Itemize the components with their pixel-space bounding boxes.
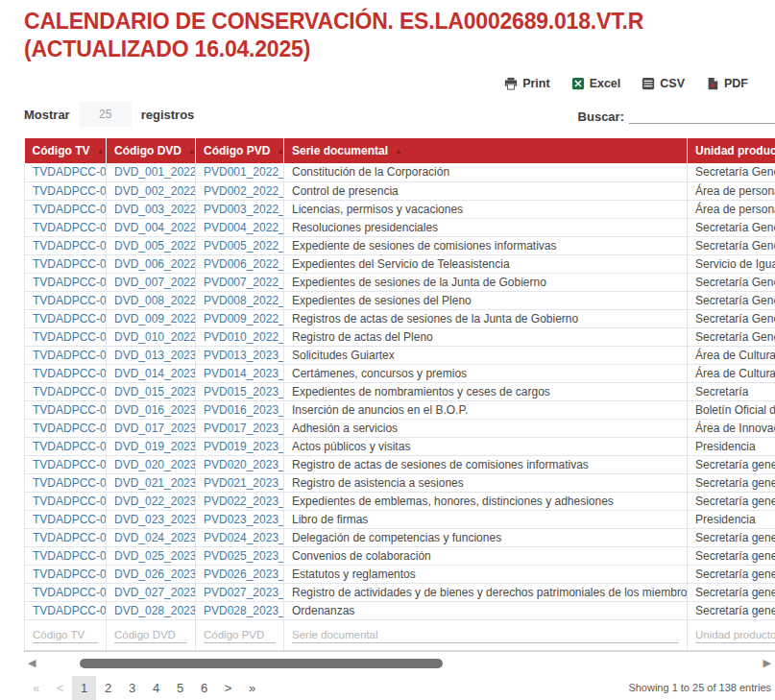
- column-header-serie-documental[interactable]: Serie documental▲: [284, 138, 688, 163]
- codigo-tv-cell[interactable]: TVDADPCC-005: [25, 236, 107, 254]
- codigo-pvd-cell[interactable]: PVD014_2023_02: [196, 364, 284, 382]
- codigo-dvd-cell[interactable]: DVD_015_2023_03: [107, 382, 196, 400]
- codigo-dvd-cell[interactable]: DVD_023_2023_11: [107, 510, 196, 528]
- codigo-tv-cell[interactable]: TVDADPCC-025: [25, 546, 107, 565]
- codigo-pvd-cell[interactable]: PVD025_2023_13: [196, 546, 284, 565]
- codigo-tv-cell[interactable]: TVDADPCC-022: [25, 492, 107, 510]
- codigo-pvd-cell[interactable]: PVD010_2022_10: [196, 327, 284, 346]
- codigo-pvd-cell[interactable]: PVD027_2023_15: [196, 583, 284, 601]
- codigo-dvd-cell[interactable]: DVD_013_2023_01: [107, 346, 196, 364]
- codigo-tv-cell[interactable]: TVDADPCC-028: [25, 601, 107, 619]
- codigo-tv-cell[interactable]: TVDADPCC-001: [25, 163, 107, 181]
- codigo-dvd-cell[interactable]: DVD_009_2022_09: [107, 309, 196, 327]
- column-header-codigo-dvd[interactable]: Código DVD▲: [107, 138, 196, 163]
- codigo-dvd-cell[interactable]: DVD_028_2023_16: [107, 601, 196, 619]
- filter-serie-documental-input[interactable]: [292, 627, 679, 643]
- codigo-pvd-cell[interactable]: PVD005_2022_05: [196, 236, 284, 254]
- codigo-pvd-cell[interactable]: PVD006_2022_06: [196, 254, 284, 273]
- last-page-button[interactable]: »: [240, 676, 264, 700]
- codigo-pvd-cell[interactable]: PVD007_2022_07: [196, 273, 284, 291]
- codigo-pvd-cell[interactable]: PVD019_2023_07: [196, 437, 284, 455]
- codigo-tv-cell[interactable]: TVDADPCC-007: [25, 273, 107, 291]
- codigo-pvd-cell[interactable]: PVD003_2022_03: [196, 200, 284, 218]
- codigo-dvd-cell[interactable]: DVD_010_2022_10: [107, 327, 196, 346]
- codigo-tv-cell[interactable]: TVDADPCC-010: [25, 327, 107, 346]
- codigo-tv-cell[interactable]: TVDADPCC-027: [25, 583, 107, 601]
- codigo-dvd-cell[interactable]: DVD_017_2023_05: [107, 419, 196, 437]
- page-button-2[interactable]: 2: [96, 676, 120, 700]
- codigo-pvd-cell[interactable]: PVD009_2022_09: [196, 309, 284, 327]
- codigo-dvd-cell[interactable]: DVD_020_2023_08: [107, 455, 196, 473]
- csv-button[interactable]: CSV: [642, 77, 685, 90]
- codigo-pvd-cell[interactable]: PVD008_2022_08: [196, 291, 284, 309]
- column-header-codigo-pvd[interactable]: Código PVD▲: [196, 138, 284, 163]
- codigo-tv-cell[interactable]: TVDADPCC-023: [25, 510, 107, 528]
- codigo-dvd-cell[interactable]: DVD_014_2023_02: [107, 364, 196, 382]
- codigo-tv-cell[interactable]: TVDADPCC-013: [25, 346, 107, 364]
- codigo-pvd-cell[interactable]: PVD015_2023_03: [196, 382, 284, 400]
- codigo-tv-cell[interactable]: TVDADPCC-002: [25, 181, 107, 200]
- codigo-pvd-cell[interactable]: PVD023_2023_11: [196, 510, 284, 528]
- codigo-dvd-cell[interactable]: DVD_019_2023_07: [107, 437, 196, 455]
- scroll-right-icon[interactable]: ▶: [763, 657, 771, 669]
- print-button[interactable]: Print: [504, 77, 549, 90]
- scrollbar-thumb[interactable]: [80, 659, 443, 668]
- codigo-tv-cell[interactable]: TVDADPCC-021: [25, 473, 107, 492]
- codigo-pvd-cell[interactable]: PVD002_2022_02: [196, 181, 284, 200]
- codigo-pvd-cell[interactable]: PVD020_2023_08: [196, 455, 284, 473]
- codigo-dvd-cell[interactable]: DVD_008_2022_08: [107, 291, 196, 309]
- codigo-tv-cell[interactable]: TVDADPCC-019: [25, 437, 107, 455]
- codigo-pvd-cell[interactable]: PVD001_2022_01: [196, 163, 284, 181]
- codigo-pvd-cell[interactable]: PVD028_2023_16: [196, 601, 284, 619]
- codigo-pvd-cell[interactable]: PVD016_2023_04: [196, 400, 284, 419]
- codigo-dvd-cell[interactable]: DVD_006_2022_06: [107, 254, 196, 273]
- codigo-tv-cell[interactable]: TVDADPCC-026: [25, 565, 107, 583]
- codigo-dvd-cell[interactable]: DVD_025_2023_13: [107, 546, 196, 565]
- page-button-1[interactable]: 1: [72, 676, 96, 700]
- page-button-3[interactable]: 3: [120, 676, 144, 700]
- column-header-unidad-productora[interactable]: Unidad productora▲: [688, 138, 775, 163]
- page-button-6[interactable]: 6: [192, 676, 216, 700]
- excel-button[interactable]: Excel: [571, 77, 621, 90]
- codigo-dvd-cell[interactable]: DVD_021_2023_09: [107, 473, 196, 492]
- codigo-dvd-cell[interactable]: DVD_026_2023_14: [107, 565, 196, 583]
- codigo-dvd-cell[interactable]: DVD_001_2022_01: [107, 163, 196, 181]
- codigo-pvd-cell[interactable]: PVD004_2022_04: [196, 218, 284, 236]
- filter-unidad-productora-input[interactable]: [695, 627, 775, 643]
- codigo-dvd-cell[interactable]: DVD_005_2022_05: [107, 236, 196, 254]
- codigo-tv-cell[interactable]: TVDADPCC-017: [25, 419, 107, 437]
- column-header-codigo-tv[interactable]: Código TV▲: [25, 138, 107, 163]
- codigo-dvd-cell[interactable]: DVD_016_2023_04: [107, 400, 196, 419]
- search-input[interactable]: [629, 105, 775, 124]
- codigo-dvd-cell[interactable]: DVD_002_2022_02: [107, 181, 196, 200]
- codigo-dvd-cell[interactable]: DVD_022_2023_10: [107, 492, 196, 510]
- codigo-pvd-cell[interactable]: PVD013_2023_01: [196, 346, 284, 364]
- page-button-5[interactable]: 5: [168, 676, 192, 700]
- codigo-pvd-cell[interactable]: PVD021_2023_09: [196, 473, 284, 492]
- codigo-tv-cell[interactable]: TVDADPCC-015: [25, 382, 107, 400]
- filter-codigo-tv-input[interactable]: [33, 627, 98, 643]
- codigo-pvd-cell[interactable]: PVD024_2023_12: [196, 528, 284, 546]
- codigo-tv-cell[interactable]: TVDADPCC-016: [25, 400, 107, 419]
- codigo-tv-cell[interactable]: TVDADPCC-014: [25, 364, 107, 382]
- page-size-select[interactable]: 25: [80, 102, 132, 127]
- codigo-tv-cell[interactable]: TVDADPCC-020: [25, 455, 107, 473]
- codigo-dvd-cell[interactable]: DVD_007_2022_07: [107, 273, 196, 291]
- codigo-tv-cell[interactable]: TVDADPCC-003: [25, 200, 107, 218]
- filter-codigo-pvd-input[interactable]: [204, 627, 276, 643]
- codigo-dvd-cell[interactable]: DVD_004_2022_04: [107, 218, 196, 236]
- codigo-pvd-cell[interactable]: PVD026_2023_14: [196, 565, 284, 583]
- next-page-button[interactable]: >: [216, 676, 240, 700]
- codigo-tv-cell[interactable]: TVDADPCC-009: [25, 309, 107, 327]
- codigo-tv-cell[interactable]: TVDADPCC-006: [25, 254, 107, 273]
- codigo-dvd-cell[interactable]: DVD_024_2023_12: [107, 528, 196, 546]
- codigo-pvd-cell[interactable]: PVD017_2023_05: [196, 419, 284, 437]
- page-button-4[interactable]: 4: [144, 676, 168, 700]
- codigo-tv-cell[interactable]: TVDADPCC-004: [25, 218, 107, 236]
- codigo-dvd-cell[interactable]: DVD_027_2023_15: [107, 583, 196, 601]
- codigo-pvd-cell[interactable]: PVD022_2023_10: [196, 492, 284, 510]
- codigo-dvd-cell[interactable]: DVD_003_2022_03: [107, 200, 196, 218]
- codigo-tv-cell[interactable]: TVDADPCC-024: [25, 528, 107, 546]
- filter-codigo-dvd-input[interactable]: [114, 627, 187, 643]
- scroll-left-icon[interactable]: ◀: [28, 657, 36, 669]
